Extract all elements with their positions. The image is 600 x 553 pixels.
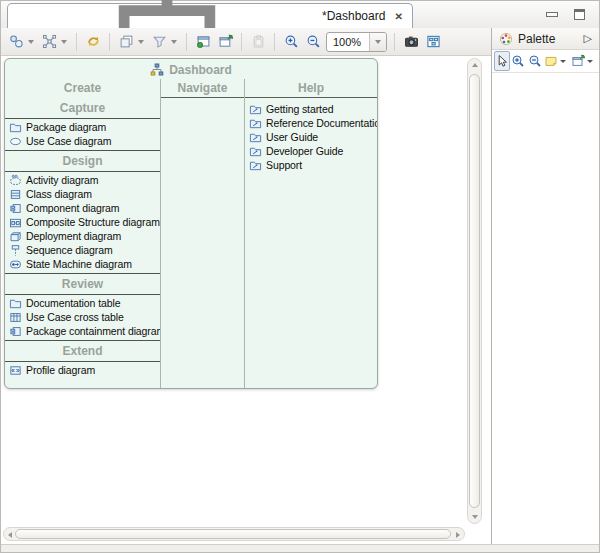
state-machine-icon: [9, 258, 22, 271]
zoom-out-button[interactable]: [302, 31, 324, 53]
item-use-case-diagram[interactable]: Use Case diagram: [5, 134, 160, 148]
copy-appearance-button[interactable]: [115, 31, 137, 53]
scroll-up-icon[interactable]: [472, 63, 478, 67]
paste-button[interactable]: [247, 31, 269, 53]
export-image-button[interactable]: [192, 31, 214, 53]
toolbar-separator: [274, 33, 275, 51]
help-item-reference-documentation[interactable]: Reference Documentation: [245, 116, 377, 130]
diagram-toolbar: 100%: [1, 28, 491, 56]
zoom-combo-dropdown[interactable]: [369, 33, 386, 51]
deployment-icon: [9, 230, 22, 243]
item-label: Reference Documentation: [266, 117, 377, 129]
containment-icon: [9, 325, 22, 338]
palette-title: Palette: [518, 32, 555, 46]
zoom-in-button[interactable]: [280, 31, 302, 53]
window-pin-icon: [571, 54, 585, 68]
help-item-user-guide[interactable]: User Guide: [245, 130, 377, 144]
dashboard-panel: Dashboard Create Capture Package diagram…: [4, 58, 378, 389]
minimize-icon[interactable]: [546, 12, 558, 17]
use-case-ellipse-icon: [9, 135, 22, 148]
help-item-developer-guide[interactable]: Developer Guide: [245, 144, 377, 158]
help-item-getting-started[interactable]: Getting started: [245, 102, 377, 116]
arrange-dropdown-icon[interactable]: [28, 40, 34, 44]
item-label: Package containment diagram: [26, 325, 160, 337]
scroll-down-icon[interactable]: [472, 515, 478, 519]
item-documentation-table[interactable]: Documentation table: [5, 296, 160, 310]
clipboard-icon: [251, 34, 266, 49]
tab-dashboard[interactable]: *Dashboard ✕: [7, 3, 413, 28]
vertical-scrollbar[interactable]: [467, 58, 482, 524]
copy-dropdown-icon[interactable]: [138, 40, 144, 44]
package-folder-icon: [9, 121, 22, 134]
shortcut-tool-button[interactable]: [570, 51, 586, 71]
item-component-diagram[interactable]: Component diagram: [5, 201, 160, 215]
diagram-canvas: Dashboard Create Capture Package diagram…: [1, 56, 491, 544]
shortcut-dropdown-icon[interactable]: [587, 60, 593, 63]
zoom-in-icon: [511, 54, 525, 68]
overview-button[interactable]: [422, 31, 444, 53]
item-activity-diagram[interactable]: Activity diagram: [5, 173, 160, 187]
synchronize-button[interactable]: [82, 31, 104, 53]
palette-toolbar: [492, 50, 599, 73]
snapshot-button[interactable]: [400, 31, 422, 53]
palette-zoom-in-button[interactable]: [510, 51, 526, 71]
navigate-header: Navigate: [161, 79, 244, 98]
item-label: Developer Guide: [266, 145, 343, 157]
editor-tab-bar: *Dashboard ✕: [1, 1, 599, 28]
extend-header: Extend: [5, 343, 160, 359]
item-state-machine-diagram[interactable]: State Machine diagram: [5, 257, 160, 271]
item-use-case-cross-table[interactable]: Use Case cross table: [5, 310, 160, 324]
dashboard-title-row: Dashboard: [5, 59, 377, 79]
maximize-icon[interactable]: [574, 9, 585, 20]
palette-header[interactable]: Palette ▷: [492, 28, 599, 50]
network-icon: [42, 34, 57, 49]
layout-routing-button[interactable]: [38, 31, 60, 53]
zoom-level-value[interactable]: 100%: [327, 36, 369, 48]
item-package-diagram[interactable]: Package diagram: [5, 120, 160, 134]
palette-panel: Palette ▷: [491, 28, 599, 544]
scroll-right-icon[interactable]: [456, 532, 460, 538]
cursor-icon: [495, 54, 509, 68]
zoom-level-combo[interactable]: 100%: [326, 32, 387, 52]
diagram-window-icon: [426, 34, 441, 49]
item-deployment-diagram[interactable]: Deployment diagram: [5, 229, 160, 243]
window-dot-icon: [196, 34, 211, 49]
item-profile-diagram[interactable]: Profile diagram: [5, 363, 160, 377]
application-window: *Dashboard ✕ 100%: [0, 0, 600, 553]
expand-right-icon[interactable]: ▷: [584, 32, 592, 45]
vertical-scrollbar-thumb[interactable]: [469, 74, 480, 508]
toolbar-separator: [109, 33, 110, 51]
routing-dropdown-icon[interactable]: [61, 40, 67, 44]
item-package-containment-diagram[interactable]: Package containment diagram: [5, 324, 160, 338]
filter-button[interactable]: [148, 31, 170, 53]
dashboard-icon: [150, 63, 164, 77]
palette-zoom-out-button[interactable]: [526, 51, 542, 71]
divider: [5, 171, 160, 172]
create-header: Create: [5, 79, 160, 98]
help-folder-icon: [249, 117, 262, 130]
item-sequence-diagram[interactable]: Sequence diagram: [5, 243, 160, 257]
arrange-shapes-button[interactable]: [5, 31, 27, 53]
select-tool-button[interactable]: [494, 51, 510, 71]
divider: [5, 294, 160, 295]
import-image-button[interactable]: [214, 31, 236, 53]
close-icon[interactable]: ✕: [394, 11, 402, 22]
scroll-left-icon[interactable]: [8, 532, 12, 538]
class-icon: [9, 188, 22, 201]
note-dropdown-icon[interactable]: [560, 60, 566, 63]
note-tool-button[interactable]: [543, 51, 559, 71]
item-label: Component diagram: [26, 202, 119, 214]
item-label: State Machine diagram: [26, 258, 132, 270]
help-item-support[interactable]: Support: [245, 158, 377, 172]
divider: [5, 361, 160, 362]
horizontal-scrollbar[interactable]: [3, 527, 465, 541]
composite-structure-icon: [9, 216, 22, 229]
camera-icon: [404, 34, 419, 49]
item-label: Profile diagram: [26, 364, 95, 376]
component-icon: [9, 202, 22, 215]
sequence-icon: [9, 244, 22, 257]
filter-dropdown-icon[interactable]: [171, 40, 177, 44]
item-class-diagram[interactable]: Class diagram: [5, 187, 160, 201]
item-composite-structure-diagram[interactable]: Composite Structure diagram: [5, 215, 160, 229]
horizontal-scrollbar-thumb[interactable]: [15, 529, 451, 539]
